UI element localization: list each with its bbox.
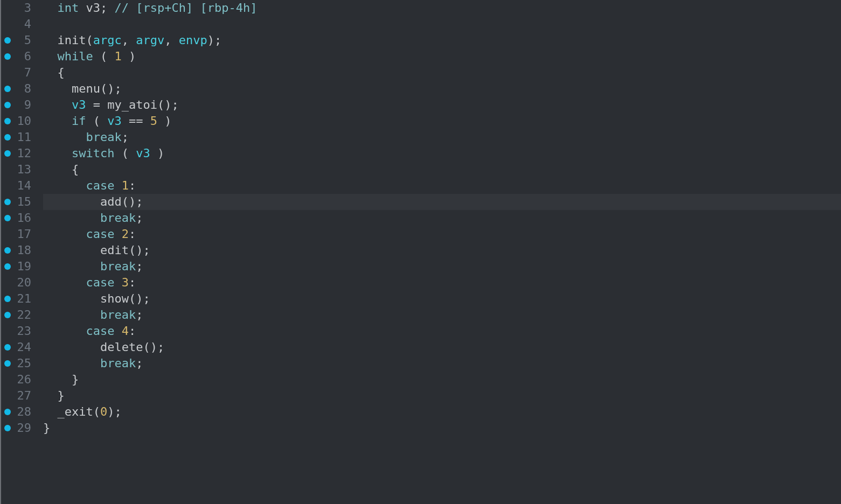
code-token: case: [86, 323, 114, 339]
breakpoint-slot[interactable]: [1, 323, 14, 339]
breakpoint-dot-icon: [4, 37, 11, 44]
code-line[interactable]: case 3:: [43, 275, 841, 291]
code-token: menu: [72, 81, 100, 97]
breakpoint-dot-icon: [4, 150, 11, 157]
code-line[interactable]: case 1:: [43, 178, 841, 194]
code-token: break: [100, 258, 136, 275]
indent: [43, 113, 72, 129]
code-token: =: [86, 97, 107, 113]
code-token: {: [72, 162, 79, 178]
breakpoint-slot[interactable]: [1, 388, 14, 404]
code-line[interactable]: add();: [43, 194, 841, 210]
line-number: 14: [14, 178, 34, 194]
breakpoint-slot[interactable]: [1, 404, 14, 420]
code-line[interactable]: int v3; // [rsp+Ch] [rbp-4h]: [43, 0, 841, 16]
breakpoint-slot[interactable]: [1, 97, 14, 113]
breakpoint-slot[interactable]: [1, 226, 14, 242]
line-number: 24: [14, 339, 34, 355]
breakpoint-slot[interactable]: [1, 145, 14, 162]
indent: [43, 210, 100, 226]
code-line[interactable]: menu();: [43, 81, 841, 97]
line-number: 28: [14, 404, 34, 420]
code-line[interactable]: }: [43, 388, 841, 404]
code-token: 2: [122, 226, 129, 242]
line-number: 29: [14, 420, 34, 436]
breakpoint-slot[interactable]: [1, 32, 14, 48]
indent: [43, 162, 72, 178]
code-line[interactable]: edit();: [43, 242, 841, 258]
code-line[interactable]: case 2:: [43, 226, 841, 242]
code-line[interactable]: _exit(0);: [43, 404, 841, 420]
line-number: 26: [14, 372, 34, 388]
code-token: ();: [122, 194, 143, 210]
indent: [43, 323, 86, 339]
code-token: ;: [100, 0, 115, 16]
code-line[interactable]: {: [43, 162, 841, 178]
breakpoint-slot[interactable]: [1, 372, 14, 388]
indent: [43, 242, 100, 258]
breakpoint-slot[interactable]: [1, 0, 14, 16]
breakpoint-slot[interactable]: [1, 210, 14, 226]
breakpoint-slot[interactable]: [1, 258, 14, 275]
breakpoint-slot[interactable]: [1, 178, 14, 194]
code-token: ;: [136, 307, 143, 323]
code-line[interactable]: break;: [43, 355, 841, 372]
code-line[interactable]: }: [43, 372, 841, 388]
code-line[interactable]: delete();: [43, 339, 841, 355]
breakpoint-slot[interactable]: [1, 65, 14, 81]
code-line[interactable]: break;: [43, 258, 841, 275]
breakpoint-slot[interactable]: [1, 420, 14, 436]
code-area[interactable]: int v3; // [rsp+Ch] [rbp-4h] init(argc, …: [38, 0, 841, 504]
breakpoint-slot[interactable]: [1, 162, 14, 178]
code-token: break: [100, 210, 136, 226]
code-token: case: [86, 275, 114, 291]
breakpoint-dot-icon: [4, 53, 11, 60]
line-number: 7: [14, 65, 34, 81]
code-line[interactable]: show();: [43, 291, 841, 307]
code-line[interactable]: init(argc, argv, envp);: [43, 32, 841, 48]
code-line[interactable]: if ( v3 == 5 ): [43, 113, 841, 129]
line-number: 16: [14, 210, 34, 226]
breakpoint-slot[interactable]: [1, 113, 14, 129]
code-line[interactable]: break;: [43, 210, 841, 226]
code-line[interactable]: while ( 1 ): [43, 48, 841, 65]
code-editor: 3456789101112131415161718192021222324252…: [0, 0, 841, 504]
code-token: 0: [100, 404, 107, 420]
line-number: 9: [14, 97, 34, 113]
breakpoint-slot[interactable]: [1, 275, 14, 291]
line-number: 22: [14, 307, 34, 323]
code-token: envp: [179, 32, 207, 48]
indent: [43, 339, 100, 355]
code-token: 4: [122, 323, 129, 339]
breakpoint-slot[interactable]: [1, 129, 14, 145]
code-token: (: [93, 404, 100, 420]
code-token: [114, 275, 121, 291]
breakpoint-dot-icon: [4, 360, 11, 367]
breakpoint-slot[interactable]: [1, 16, 14, 32]
code-line[interactable]: break;: [43, 129, 841, 145]
breakpoint-slot[interactable]: [1, 81, 14, 97]
code-line[interactable]: v3 = my_atoi();: [43, 97, 841, 113]
line-number: 11: [14, 129, 34, 145]
code-token: (: [86, 113, 107, 129]
code-token: );: [207, 32, 222, 48]
breakpoint-slot[interactable]: [1, 291, 14, 307]
breakpoint-slot[interactable]: [1, 194, 14, 210]
line-number: 8: [14, 81, 34, 97]
breakpoint-slot[interactable]: [1, 355, 14, 372]
code-line[interactable]: }: [43, 420, 841, 436]
code-line[interactable]: break;: [43, 307, 841, 323]
breakpoint-slot[interactable]: [1, 48, 14, 65]
code-token: :: [129, 178, 136, 194]
code-line[interactable]: [43, 16, 841, 32]
code-line[interactable]: case 4:: [43, 323, 841, 339]
code-token: _exit: [58, 404, 93, 420]
breakpoint-slot[interactable]: [1, 242, 14, 258]
code-line[interactable]: switch ( v3 ): [43, 145, 841, 162]
breakpoint-slot[interactable]: [1, 307, 14, 323]
code-line[interactable]: {: [43, 65, 841, 81]
code-token: v3: [136, 145, 150, 162]
breakpoint-dot-icon: [4, 425, 11, 431]
breakpoint-slot[interactable]: [1, 339, 14, 355]
code-token: break: [100, 355, 136, 372]
